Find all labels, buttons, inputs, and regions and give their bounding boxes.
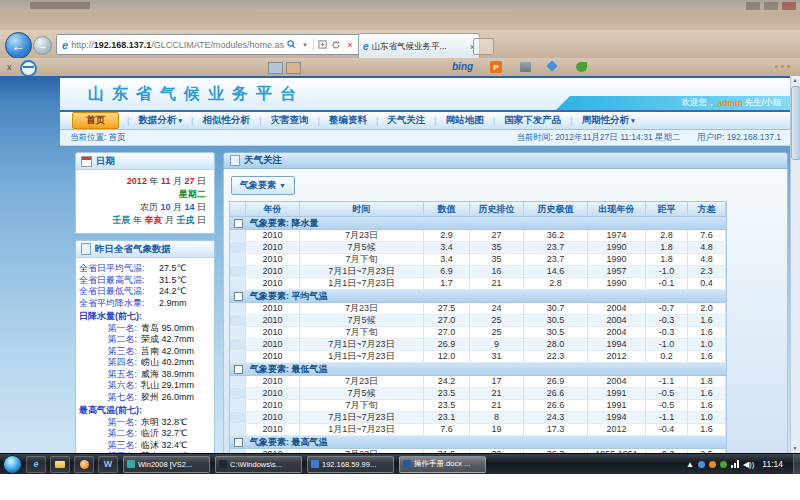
rank-row: 第七名:胶州 26.0mm — [79, 392, 211, 404]
nav-item-7[interactable]: 国家下发产品 — [495, 113, 570, 128]
table-group-row[interactable]: 气象要素: 降水量 — [230, 217, 726, 230]
table-cell: 2010 — [246, 242, 300, 254]
table-cell: 2.8 — [646, 230, 688, 242]
breadcrumb: 当前位置: 首页 — [70, 132, 126, 144]
sparkle-icon[interactable] — [546, 60, 557, 71]
taskbar-window-button[interactable]: Win2008 [VS2... — [123, 456, 210, 473]
group-checkbox[interactable] — [234, 219, 243, 228]
clover-icon[interactable] — [576, 62, 587, 72]
calendar-lunar: 农历 10 月 14 日 — [80, 201, 206, 214]
weather-data-panel: 昨日全省气象数据 全省日平均气温:27.5℃全省日最高气温:31.5℃全省日最低… — [75, 240, 215, 453]
bing-logo[interactable]: bing — [452, 61, 473, 72]
calendar-ganzhi: 壬辰 年 辛亥 月 壬戌 日 — [80, 214, 206, 227]
network-icon[interactable] — [731, 460, 739, 468]
table-cell: 7.6 — [688, 230, 726, 242]
url-field[interactable]: e http://192.168.137.1/GLCCLIMATE/module… — [56, 34, 360, 55]
rank-label: 第二名: — [79, 334, 137, 346]
forward-button[interactable]: → — [33, 36, 52, 55]
table-cell: 9 — [470, 339, 524, 351]
tray-app-icon[interactable] — [720, 461, 727, 468]
table-cell: 2012 — [588, 351, 646, 363]
row-lead-cell — [230, 242, 246, 254]
taskbar-window-button[interactable]: C:\Windows\s... — [215, 456, 302, 473]
addon-circle-icon[interactable] — [20, 60, 37, 77]
table-row: 20107月5候23.52126.61991-0.51.6 — [230, 388, 726, 400]
url-text: http://192.168.137.1/GLCCLIMATE/modules/… — [71, 40, 284, 50]
nav-item-3[interactable]: 灾害查询 — [261, 113, 317, 128]
show-desktop-button[interactable] — [793, 454, 800, 474]
group-checkbox[interactable] — [234, 292, 243, 301]
group-checkbox[interactable] — [234, 365, 243, 374]
rank-label: 第七名: — [79, 392, 137, 404]
bing-badge-icon[interactable]: P — [490, 61, 502, 73]
nav-item-1[interactable]: 数据分析▾ — [129, 113, 191, 128]
tray-app-icon[interactable] — [709, 461, 716, 468]
weather-summary-row: 全省日平均气温:27.5℃ — [79, 263, 211, 275]
media-player-taskbar-icon[interactable] — [74, 456, 94, 473]
nav-item-6[interactable]: 网站地图 — [437, 113, 493, 128]
divider — [313, 38, 314, 51]
table-cell: 2004 — [588, 376, 646, 388]
table-group-row[interactable]: 气象要素: 最高气温 — [230, 436, 726, 449]
word-taskbar-icon[interactable]: W — [98, 456, 118, 473]
compatibility-view-icon[interactable] — [315, 37, 329, 52]
refresh-icon[interactable] — [329, 37, 343, 52]
search-icon[interactable] — [284, 37, 298, 52]
scroll-up-arrow[interactable]: ▲ — [791, 76, 799, 85]
table-cell: -0.5 — [646, 400, 688, 412]
element-filter-button[interactable]: 气象要素▼ — [231, 176, 295, 195]
table-cell: 0.2 — [646, 351, 688, 363]
weather-label: 全省日平均气温: — [79, 263, 155, 275]
taskbar-window-button[interactable]: 操作手册.docx ... — [399, 456, 486, 473]
row-lead-cell — [230, 327, 246, 339]
table-cell: 31 — [470, 351, 524, 363]
table-cell: 1.6 — [688, 388, 726, 400]
scroll-down-arrow[interactable]: ▼ — [791, 444, 799, 453]
background-window-button — [764, 2, 778, 10]
table-row: 20101月1日~7月23日7.61917.32012-0.41.6 — [230, 424, 726, 436]
table-cell: 26.6 — [524, 400, 588, 412]
table-cell: -0.3 — [646, 327, 688, 339]
table-header-cell: 历史排位 — [470, 202, 524, 217]
tray-app-icon[interactable] — [698, 461, 705, 468]
background-window-button — [746, 2, 760, 10]
ie-taskbar-icon[interactable]: e — [26, 456, 46, 473]
table-group-title: 气象要素: 降水量 — [246, 217, 726, 230]
close-toolbar-icon[interactable]: x — [7, 62, 12, 72]
browser-tab[interactable]: e 山东省气候业务平... × — [358, 33, 480, 59]
back-button[interactable]: ← — [5, 32, 32, 59]
table-cell: 24.3 — [524, 412, 588, 424]
chevron-down-icon[interactable]: ▼ — [298, 37, 312, 52]
table-cell: 12.0 — [424, 351, 470, 363]
start-button[interactable] — [3, 455, 22, 474]
table-cell: 1.6 — [688, 424, 726, 436]
table-group-row[interactable]: 气象要素: 平均气温 — [230, 290, 726, 303]
window-button-label: 操作手册.docx ... — [414, 459, 470, 469]
stop-icon[interactable]: × — [343, 37, 357, 52]
volume-icon[interactable]: ◀)) — [743, 460, 754, 469]
nav-item-2[interactable]: 相似性分析 — [193, 113, 259, 128]
scrollbar-thumb[interactable] — [791, 86, 800, 160]
nav-item-5[interactable]: 天气关注 — [378, 113, 434, 128]
camera-icon[interactable] — [520, 62, 531, 72]
weather-table: 年份时间数值历史排位历史极值出现年份距平方差气象要素: 降水量20107月23日… — [229, 201, 727, 453]
table-group-row[interactable]: 气象要素: 最低气温 — [230, 363, 726, 376]
document-icon — [81, 243, 91, 255]
toolbar-stamp-icon[interactable] — [268, 62, 283, 74]
nav-item-4[interactable]: 整编资料 — [320, 113, 376, 128]
page-container: 山东省气候业务平台 欢迎您，admin 先生/小姐 首页|数据分析▾|相似性分析… — [60, 78, 791, 453]
table-cell: 1月1日~7月23日 — [300, 351, 424, 363]
table-cell: 23.7 — [524, 254, 588, 266]
toolbar-stamp-icon[interactable] — [286, 62, 301, 74]
page-scrollbar[interactable]: ▲ ▼ — [790, 76, 800, 453]
more-options-icon[interactable] — [775, 65, 790, 68]
nav-item-0[interactable]: 首页 — [72, 112, 119, 129]
new-tab-button[interactable] — [473, 38, 494, 55]
group-checkbox[interactable] — [234, 438, 243, 447]
nav-item-8[interactable]: 周期性分析▾ — [573, 113, 644, 128]
taskbar-window-button[interactable]: 192.168.59.99... — [307, 456, 394, 473]
taskbar-clock[interactable]: 11:14 — [762, 459, 783, 469]
explorer-taskbar-icon[interactable] — [50, 456, 70, 473]
table-cell: 1990 — [588, 278, 646, 290]
show-hidden-icons[interactable]: ▲ — [686, 460, 694, 469]
